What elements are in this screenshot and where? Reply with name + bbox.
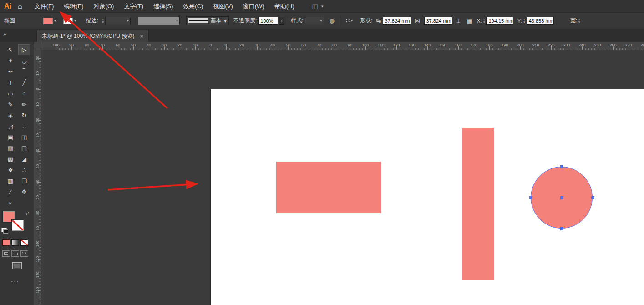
shape-width-field[interactable]: 37.824 mm: [383, 17, 411, 25]
x-field[interactable]: 194.15 mm: [486, 17, 513, 25]
perspective-grid-tool[interactable]: ▦: [5, 143, 16, 153]
scale-tool[interactable]: ◿: [5, 121, 16, 131]
tools-panel: ↖▷✦◡✒⌒T╱▭○✎✏◈↻◿↔▣◫▦▤▩◢❖∴▥❏∕✥⌕ ⇄ ···: [0, 42, 34, 305]
canvas-pasteboard[interactable]: [41, 50, 644, 305]
vertical-ruler[interactable]: 20100102030405060708090100110120130: [34, 50, 41, 305]
lasso-tool[interactable]: ◡: [19, 56, 30, 66]
eraser-tool[interactable]: ◈: [5, 110, 16, 120]
menu-item[interactable]: 文字(T): [119, 0, 148, 13]
default-fill-stroke-icon[interactable]: [1, 228, 7, 232]
workspace-switcher[interactable]: ◫ ▾: [312, 3, 324, 10]
width-stepper[interactable]: ▴▾: [578, 18, 580, 24]
none-button[interactable]: [20, 239, 28, 246]
collapse-panel-icon[interactable]: «: [3, 31, 6, 38]
mesh-tool[interactable]: ▤: [19, 143, 30, 153]
y-field[interactable]: 46.858 mm: [527, 17, 554, 25]
selection-handle[interactable]: [529, 196, 532, 199]
artboard[interactable]: [211, 89, 644, 305]
column-graph-tool[interactable]: ▥: [5, 176, 16, 186]
color-button[interactable]: [2, 239, 10, 246]
width-tool[interactable]: ↔: [19, 121, 30, 131]
draw-normal-icon[interactable]: [2, 250, 10, 257]
gradient-tool[interactable]: ▩: [5, 154, 16, 164]
ellipse-tool[interactable]: ○: [19, 88, 30, 98]
width-label: 宽:: [570, 17, 577, 25]
menu-item[interactable]: 效果(C): [178, 0, 208, 13]
rectangle-shape[interactable]: [276, 162, 381, 214]
brush-definition-dropdown[interactable]: ▾: [138, 17, 180, 25]
vertical-rectangle-shape[interactable]: [462, 128, 494, 280]
selection-handle[interactable]: [560, 227, 563, 230]
graphic-style-dropdown[interactable]: ▾: [305, 17, 324, 25]
fill-color-swatch[interactable]: [43, 18, 53, 24]
pen-tool[interactable]: ✒: [5, 66, 16, 76]
menu-item[interactable]: 窗口(W): [238, 0, 269, 13]
curvature-tool[interactable]: ⌒: [19, 66, 30, 76]
control-bar: 椭圆 ▾ ▾ 描边: ▴▾ ▾ ▾ 基本 ▾ 不透明度: 100% › 样式: …: [0, 13, 644, 29]
document-tab-title: 未标题-1* @ 100% (CMYK/GPU 预览): [42, 32, 135, 40]
recolor-artwork-icon[interactable]: ◍: [330, 17, 335, 24]
menu-item[interactable]: 文件(F): [30, 0, 59, 13]
toolbar-more-icon[interactable]: ···: [11, 278, 20, 285]
slice-tool[interactable]: ∕: [5, 187, 16, 197]
shape-label: 形状:: [360, 17, 372, 25]
stroke-width-dropdown[interactable]: ▾: [105, 17, 131, 25]
horizontal-ruler[interactable]: 1009080706050403020100102030405060708090…: [34, 42, 644, 50]
shape-width-icon: ↹: [376, 17, 381, 24]
line-segment-tool[interactable]: ╱: [19, 77, 30, 87]
selection-handle[interactable]: [560, 165, 563, 168]
swap-fill-stroke-icon[interactable]: ⇄: [25, 211, 29, 216]
selection-handle[interactable]: [560, 196, 563, 199]
selection-handle[interactable]: [591, 196, 594, 199]
menu-item[interactable]: 选择(S): [148, 0, 178, 13]
gradient-button[interactable]: [11, 239, 19, 246]
rotate-tool[interactable]: ↻: [19, 110, 30, 120]
shape-height-field[interactable]: 37.824 mm: [424, 17, 452, 25]
direct-selection-tool[interactable]: ▷: [19, 45, 30, 55]
shape-builder-tool[interactable]: ◫: [19, 132, 30, 142]
menu-items: 文件(F)编辑(E)对象(O)文字(T)选择(S)效果(C)视图(V)窗口(W)…: [30, 0, 299, 13]
blend-tool[interactable]: ❖: [5, 165, 16, 175]
tab-close-icon[interactable]: ×: [140, 33, 144, 40]
pencil-tool[interactable]: ✏: [19, 99, 30, 109]
artboard-tool[interactable]: ❏: [19, 176, 30, 186]
draw-behind-icon[interactable]: [11, 250, 19, 257]
fill-stroke-control: ⇄: [0, 210, 34, 237]
free-transform-tool[interactable]: ▣: [5, 132, 16, 142]
type-tool[interactable]: T: [5, 77, 16, 87]
eyedropper-tool[interactable]: ◢: [19, 154, 30, 164]
menu-item[interactable]: 视图(V): [208, 0, 238, 13]
ruler-corner: [34, 42, 41, 50]
menu-item[interactable]: 编辑(E): [59, 0, 88, 13]
menu-item[interactable]: 对象(O): [89, 0, 119, 13]
stroke-caret-icon[interactable]: ▾: [74, 19, 76, 23]
selection-tool[interactable]: ↖: [5, 45, 16, 55]
stroke-width-stepper[interactable]: ▴▾: [102, 18, 104, 24]
opacity-field[interactable]: 100%: [258, 17, 278, 25]
y-stepper[interactable]: ▴▾: [523, 18, 525, 24]
color-mode-buttons: [2, 239, 28, 246]
fill-caret-icon[interactable]: ▾: [54, 19, 56, 23]
symbol-sprayer-tool[interactable]: ∴: [19, 165, 30, 175]
align-options-icon[interactable]: ∷: [346, 17, 350, 24]
zoom-tool[interactable]: ⌕: [5, 198, 16, 208]
opacity-panel-button[interactable]: ›: [279, 17, 284, 25]
stroke-color-swatch[interactable]: [63, 18, 73, 24]
magic-wand-tool[interactable]: ✦: [5, 56, 16, 66]
paintbrush-tool[interactable]: ✎: [5, 99, 16, 109]
menu-item[interactable]: 帮助(H): [269, 0, 299, 13]
screen-mode-button[interactable]: [12, 262, 22, 269]
rectangle-tool[interactable]: ▭: [5, 88, 16, 98]
document-tab[interactable]: 未标题-1* @ 100% (CMYK/GPU 预览) ×: [36, 30, 149, 42]
hand-tool[interactable]: ✥: [19, 187, 30, 197]
reference-point-grid-icon[interactable]: ▦: [467, 17, 472, 24]
stroke-swatch[interactable]: [12, 220, 24, 231]
x-label: X:: [477, 18, 482, 24]
x-stepper[interactable]: ▴▾: [483, 18, 485, 24]
y-label: Y:: [517, 18, 522, 24]
home-icon[interactable]: ⌂: [18, 2, 22, 10]
draw-inside-icon[interactable]: [20, 250, 28, 257]
stroke-style-dropdown[interactable]: 基本 ▾: [186, 16, 229, 25]
link-dimensions-icon[interactable]: ⋈: [415, 17, 421, 24]
ruler-label: 280: [640, 43, 644, 47]
